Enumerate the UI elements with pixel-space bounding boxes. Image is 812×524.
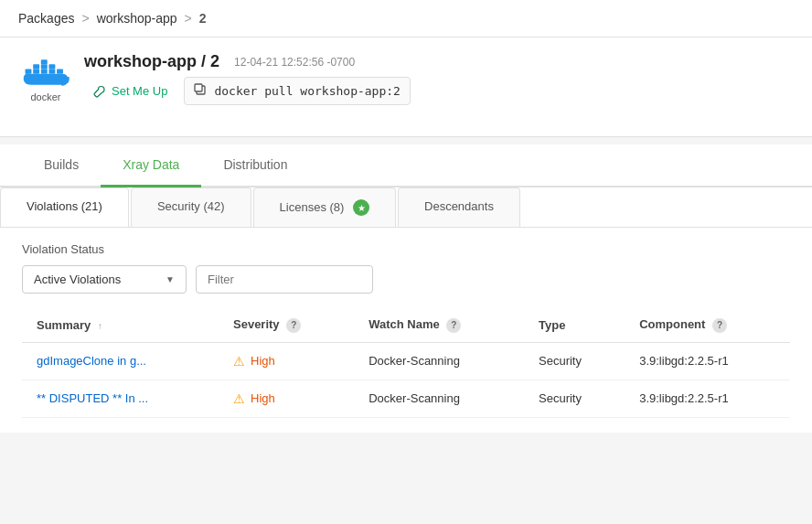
breadcrumb-workshop-app[interactable]: workshop-app	[97, 11, 177, 26]
wrench-icon	[91, 84, 106, 99]
severity-triangle-icon: ⚠	[233, 354, 245, 369]
copy-icon	[194, 83, 207, 96]
severity-info-icon[interactable]: ?	[286, 318, 301, 333]
sub-tabs: Violations (21) Security (42) Licenses (…	[0, 187, 812, 228]
svg-rect-4	[41, 64, 48, 69]
copy-button[interactable]	[194, 83, 207, 99]
col-summary: Summary ↑	[22, 308, 219, 342]
cell-watch-name-0: Docker-Scanning	[354, 342, 524, 380]
svg-rect-0	[26, 70, 32, 74]
sub-tab-licenses[interactable]: Licenses (8) ★	[253, 187, 396, 227]
violation-status-label: Violation Status	[22, 242, 790, 256]
svg-rect-2	[33, 70, 39, 74]
table-header-row: Summary ↑ Severity ? Watch Name ? Type C…	[22, 308, 790, 342]
command-text: docker pull workshop-app:2	[214, 84, 401, 98]
svg-rect-5	[41, 70, 48, 74]
cell-summary-1[interactable]: ** DISPUTED ** In ...	[22, 380, 219, 417]
violations-table: Summary ↑ Severity ? Watch Name ? Type C…	[22, 308, 790, 418]
cell-component-0: 3.9:libgd:2.2.5-r1	[625, 342, 790, 380]
component-info-icon[interactable]: ?	[712, 318, 727, 333]
svg-rect-3	[41, 59, 48, 64]
tab-xray[interactable]: Xray Data	[101, 144, 201, 187]
severity-triangle-icon: ⚠	[233, 391, 245, 406]
violation-status-dropdown[interactable]: Active Violations ▼	[22, 265, 187, 294]
table-row: ** DISPUTED ** In ... ⚠ High Docker-Scan…	[22, 380, 790, 417]
cell-severity-0: ⚠ High	[219, 342, 354, 380]
main-tabs: Builds Xray Data Distribution	[0, 144, 812, 187]
set-me-up-label: Set Me Up	[112, 84, 167, 98]
filters-row: Active Violations ▼	[22, 265, 790, 294]
breadcrumb-current: 2	[199, 11, 207, 26]
cell-watch-name-1: Docker-Scanning	[354, 380, 524, 417]
content-area: Builds Xray Data Distribution Violations…	[0, 144, 812, 433]
tab-distribution[interactable]: Distribution	[201, 144, 309, 187]
set-me-up-button[interactable]: Set Me Up	[84, 80, 175, 102]
svg-rect-7	[48, 70, 55, 74]
svg-rect-1	[33, 64, 39, 69]
severity-value: High	[251, 354, 275, 368]
cell-severity-1: ⚠ High	[219, 380, 354, 417]
svg-rect-6	[48, 64, 55, 69]
copy-command-area: docker pull workshop-app:2	[184, 77, 411, 105]
header-area: docker workshop-app / 2 12-04-21 12:52:5…	[0, 37, 812, 137]
col-severity: Severity ?	[219, 308, 354, 342]
cell-type-1: Security	[524, 380, 625, 417]
dropdown-value: Active Violations	[34, 273, 121, 286]
breadcrumb-sep2: >	[185, 11, 192, 26]
package-title: workshop-app / 2	[84, 52, 219, 71]
col-component: Component ?	[625, 308, 790, 342]
sub-tab-descendants[interactable]: Descendants	[398, 187, 520, 227]
licenses-badge: ★	[353, 199, 369, 216]
severity-value: High	[251, 391, 275, 405]
filter-input[interactable]	[196, 265, 373, 294]
sort-icon: ↑	[98, 321, 102, 331]
violation-area: Violation Status Active Violations ▼ Sum…	[0, 228, 812, 433]
col-type: Type	[524, 308, 625, 342]
package-date: 12-04-21 12:52:56 -0700	[234, 56, 355, 69]
svg-rect-10	[195, 84, 202, 91]
sub-tab-violations[interactable]: Violations (21)	[0, 187, 129, 227]
svg-rect-8	[57, 70, 63, 74]
cell-component-1: 3.9:libgd:2.2.5-r1	[625, 380, 790, 417]
breadcrumb-sep1: >	[81, 11, 89, 26]
col-watch-name: Watch Name ?	[354, 308, 524, 342]
table-row: gdImageClone in g... ⚠ High Docker-Scann…	[22, 342, 790, 380]
cell-summary-0[interactable]: gdImageClone in g...	[22, 342, 219, 380]
docker-logo: docker	[22, 55, 69, 102]
cell-type-0: Security	[524, 342, 625, 380]
chevron-down-icon: ▼	[166, 274, 175, 284]
sub-tab-security[interactable]: Security (42)	[131, 187, 251, 227]
docker-label: docker	[30, 91, 60, 102]
tab-builds[interactable]: Builds	[22, 144, 101, 187]
breadcrumb-packages[interactable]: Packages	[18, 11, 74, 26]
watch-name-info-icon[interactable]: ?	[446, 318, 461, 333]
breadcrumb: Packages > workshop-app > 2	[0, 0, 812, 37]
